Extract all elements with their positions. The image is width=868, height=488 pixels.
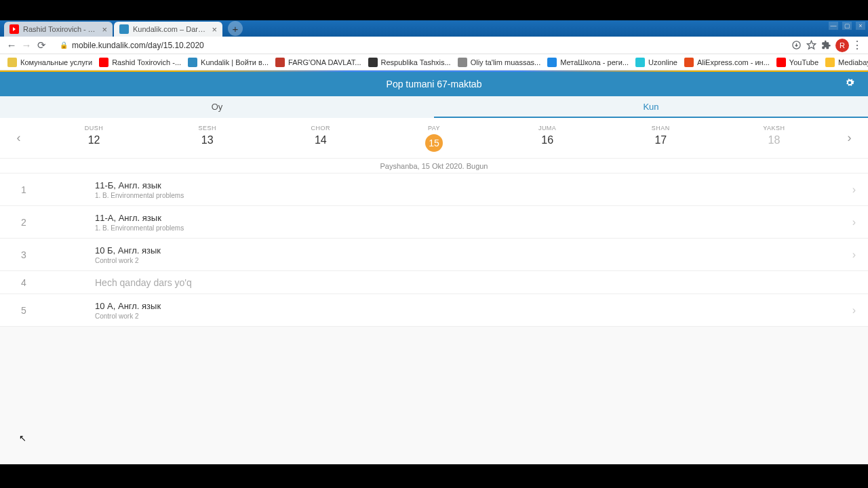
- url-input[interactable]: 🔒 mobile.kundalik.com/day/15.10.2020: [53, 39, 784, 52]
- lesson-row[interactable]: 111-Б, Англ. язык1. B. Environmental pro…: [0, 174, 868, 206]
- lesson-row-empty: 4Hech qanday dars yo'q: [0, 271, 868, 294]
- lesson-body: 10 Б, Англ. языкControl work 2: [47, 245, 852, 264]
- lesson-title: 11-Б, Англ. язык: [95, 180, 852, 190]
- bookmarks-bar: Комунальные услугиRashid Toxirovich -...…: [0, 54, 868, 70]
- day-cell[interactable]: PAY15: [377, 125, 490, 152]
- bookmark-label: Respublika Tashxis...: [381, 58, 451, 66]
- bookmark-favicon: [684, 58, 694, 67]
- bookmark-item[interactable]: YouTube: [773, 58, 822, 67]
- settings-button[interactable]: [844, 77, 856, 92]
- window-controls: — ▢ ×: [829, 22, 865, 30]
- lesson-empty-text: Hech qanday dars yo'q: [47, 277, 192, 288]
- bookmark-item[interactable]: Oliy ta'lim muassas...: [454, 58, 545, 67]
- lesson-subtitle: 1. B. Environmental problems: [95, 224, 852, 232]
- day-cell[interactable]: JUMA16: [491, 125, 604, 152]
- chevron-right-icon: ›: [852, 216, 856, 228]
- tab-close-icon[interactable]: ×: [102, 24, 107, 35]
- bookmark-item[interactable]: МетаШкола - реги...: [544, 58, 632, 67]
- lesson-subtitle: Control work 2: [95, 257, 852, 264]
- bookmark-label: Комунальные услуги: [20, 58, 92, 66]
- youtube-icon: [9, 24, 19, 34]
- bookmark-favicon: [99, 58, 108, 67]
- bookmark-item[interactable]: Комунальные услуги: [4, 58, 96, 67]
- tab-month[interactable]: Oy: [0, 96, 434, 118]
- window-close-button[interactable]: ×: [856, 22, 865, 30]
- bookmark-item[interactable]: Mediabay - Главна...: [822, 58, 868, 67]
- bookmark-item[interactable]: Respublika Tashxis...: [365, 58, 454, 67]
- bookmark-label: FARG'ONA DAVLAT...: [288, 58, 361, 66]
- prev-week-button[interactable]: ‹: [0, 131, 37, 145]
- bookmark-favicon: [368, 58, 378, 67]
- lesson-title: 10 А, Англ. язык: [95, 301, 852, 311]
- extensions-icon[interactable]: [819, 39, 833, 52]
- lesson-number: 5: [0, 305, 47, 316]
- forward-button[interactable]: →: [19, 38, 34, 53]
- bookmark-label: МетаШкола - реги...: [560, 58, 629, 66]
- lesson-title: 11-А, Англ. язык: [95, 213, 852, 223]
- window-min-button[interactable]: —: [829, 22, 838, 30]
- lesson-row[interactable]: 510 А, Англ. языкControl work 2›: [0, 294, 868, 327]
- bookmark-label: Kundalik | Войти в...: [201, 58, 269, 66]
- bookmark-favicon: [635, 58, 645, 67]
- reload-button[interactable]: ⟳: [34, 38, 49, 53]
- day-number: 12: [88, 134, 100, 146]
- address-bar: ← → ⟳ 🔒 mobile.kundalik.com/day/15.10.20…: [0, 37, 868, 54]
- bookmark-label: AliExpress.com - ин...: [697, 58, 770, 66]
- day-number: 13: [201, 134, 214, 146]
- tab-close-icon[interactable]: ×: [212, 24, 217, 35]
- day-name: SHAN: [652, 125, 670, 131]
- letterbox-bottom: [0, 464, 868, 488]
- lesson-body: 11-Б, Англ. язык1. B. Environmental prob…: [47, 180, 852, 199]
- tab-day[interactable]: Kun: [434, 96, 868, 118]
- bookmark-item[interactable]: Rashid Toxirovich -...: [96, 58, 184, 67]
- next-week-button[interactable]: ›: [831, 131, 868, 145]
- bookmark-item[interactable]: Uzonline: [632, 58, 681, 67]
- lesson-body: 10 А, Англ. языкControl work 2: [47, 301, 852, 320]
- bookmark-favicon: [7, 58, 17, 67]
- browser-menu-icon[interactable]: ⋮: [850, 39, 864, 52]
- lesson-subtitle: 1. B. Environmental problems: [95, 192, 852, 199]
- day-number: 16: [541, 134, 553, 146]
- day-cell[interactable]: SHAN17: [604, 125, 717, 152]
- browser-tab-kundalik[interactable]: Kundalik.com – Dars jadvali ×: [114, 22, 222, 37]
- view-tabs: Oy Kun: [0, 96, 868, 118]
- back-button[interactable]: ←: [4, 38, 19, 53]
- lesson-number: 3: [0, 249, 47, 260]
- day-cell[interactable]: YAKSH18: [717, 125, 831, 152]
- mouse-cursor: ↖: [19, 433, 26, 443]
- install-icon[interactable]: [789, 39, 803, 52]
- lesson-row[interactable]: 211-А, Англ. язык1. B. Environmental pro…: [0, 206, 868, 239]
- svg-marker-2: [807, 41, 816, 49]
- bookmark-item[interactable]: FARG'ONA DAVLAT...: [272, 58, 364, 67]
- kundalik-icon: [119, 24, 129, 34]
- bookmark-item[interactable]: Kundalik | Войти в...: [184, 58, 272, 67]
- bookmark-favicon: [547, 58, 557, 67]
- profile-avatar[interactable]: R: [835, 39, 849, 52]
- bookmark-favicon: [188, 58, 197, 67]
- app-header: Pop tumani 67-maktab: [0, 72, 868, 96]
- bookmark-favicon: [275, 58, 285, 67]
- day-cell[interactable]: DUSH12: [37, 125, 151, 152]
- day-cell[interactable]: CHOR14: [264, 125, 377, 152]
- browser-tab-youtube[interactable]: Rashid Toxirovich - YouTube ×: [4, 22, 113, 37]
- browser-chrome: — ▢ × Rashid Toxirovich - YouTube × Kund…: [0, 20, 868, 70]
- window-max-button[interactable]: ▢: [842, 22, 852, 30]
- bookmark-item[interactable]: AliExpress.com - ин...: [681, 58, 773, 67]
- date-line: Payshanba, 15 Okt 2020. Bugun: [0, 159, 868, 174]
- day-number: 15: [425, 134, 443, 152]
- day-name: SESH: [198, 125, 216, 131]
- lesson-row[interactable]: 310 Б, Англ. языкControl work 2›: [0, 239, 868, 271]
- lesson-body: 11-А, Англ. язык1. B. Environmental prob…: [47, 213, 852, 232]
- lesson-subtitle: Control work 2: [95, 312, 852, 320]
- day-cell[interactable]: SESH13: [151, 125, 264, 152]
- chevron-right-icon: ›: [852, 249, 856, 261]
- lesson-number: 2: [0, 217, 47, 228]
- star-icon[interactable]: [804, 39, 818, 52]
- day-name: JUMA: [538, 125, 557, 131]
- lessons-list: 111-Б, Англ. язык1. B. Environmental pro…: [0, 174, 868, 327]
- day-number: 14: [315, 134, 327, 146]
- day-number: 18: [768, 134, 781, 146]
- bookmark-label: Rashid Toxirovich -...: [112, 58, 181, 66]
- day-number: 17: [654, 134, 667, 146]
- new-tab-button[interactable]: +: [228, 21, 243, 36]
